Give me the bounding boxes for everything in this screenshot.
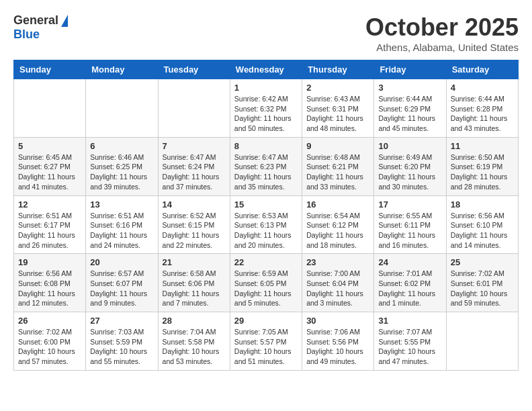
day-info: Sunrise: 6:42 AM Sunset: 6:32 PM Dayligh… xyxy=(234,94,298,134)
week-row-3: 12Sunrise: 6:51 AM Sunset: 6:17 PM Dayli… xyxy=(14,195,519,254)
day-info: Sunrise: 6:53 AM Sunset: 6:13 PM Dayligh… xyxy=(234,211,298,250)
calendar-cell: 27Sunrise: 7:03 AM Sunset: 5:59 PM Dayli… xyxy=(86,312,158,371)
day-number: 19 xyxy=(18,257,81,267)
calendar-cell: 30Sunrise: 7:06 AM Sunset: 5:56 PM Dayli… xyxy=(302,312,374,371)
weekday-header-saturday: Saturday xyxy=(446,60,518,79)
weekday-header-row: SundayMondayTuesdayWednesdayThursdayFrid… xyxy=(14,60,519,79)
day-number: 15 xyxy=(234,199,298,210)
weekday-header-friday: Friday xyxy=(374,60,446,79)
day-number: 6 xyxy=(90,141,153,151)
day-number: 26 xyxy=(18,316,81,326)
day-info: Sunrise: 7:03 AM Sunset: 5:59 PM Dayligh… xyxy=(90,327,153,367)
day-number: 23 xyxy=(306,257,369,267)
calendar-cell: 17Sunrise: 6:55 AM Sunset: 6:11 PM Dayli… xyxy=(374,195,446,254)
day-info: Sunrise: 6:44 AM Sunset: 6:28 PM Dayligh… xyxy=(451,94,514,134)
calendar-cell: 25Sunrise: 7:02 AM Sunset: 6:01 PM Dayli… xyxy=(446,254,518,312)
weekday-header-thursday: Thursday xyxy=(302,60,374,79)
logo-blue-text: Blue xyxy=(13,28,40,42)
day-number: 16 xyxy=(306,199,369,210)
calendar-cell: 29Sunrise: 7:05 AM Sunset: 5:57 PM Dayli… xyxy=(230,312,302,371)
day-number: 30 xyxy=(306,316,369,326)
calendar-title: October 2025 xyxy=(365,13,519,42)
day-number: 13 xyxy=(90,199,153,210)
day-info: Sunrise: 6:58 AM Sunset: 6:06 PM Dayligh… xyxy=(163,269,226,308)
weekday-header-wednesday: Wednesday xyxy=(230,60,302,79)
day-number: 24 xyxy=(378,257,441,267)
day-number: 17 xyxy=(378,199,441,210)
day-info: Sunrise: 6:44 AM Sunset: 6:29 PM Dayligh… xyxy=(378,94,441,134)
day-info: Sunrise: 6:59 AM Sunset: 6:05 PM Dayligh… xyxy=(234,269,298,308)
day-info: Sunrise: 6:48 AM Sunset: 6:21 PM Dayligh… xyxy=(306,152,369,192)
calendar-cell: 13Sunrise: 6:51 AM Sunset: 6:16 PM Dayli… xyxy=(86,195,158,254)
day-number: 3 xyxy=(378,83,441,93)
calendar-cell: 14Sunrise: 6:52 AM Sunset: 6:15 PM Dayli… xyxy=(158,195,230,254)
calendar-cell: 12Sunrise: 6:51 AM Sunset: 6:17 PM Dayli… xyxy=(14,195,86,254)
calendar-cell: 24Sunrise: 7:01 AM Sunset: 6:02 PM Dayli… xyxy=(374,254,446,312)
calendar-cell: 28Sunrise: 7:04 AM Sunset: 5:58 PM Dayli… xyxy=(158,312,230,371)
day-number: 8 xyxy=(234,141,298,151)
calendar-cell: 5Sunrise: 6:45 AM Sunset: 6:27 PM Daylig… xyxy=(14,137,86,195)
day-info: Sunrise: 6:55 AM Sunset: 6:11 PM Dayligh… xyxy=(378,211,441,250)
day-info: Sunrise: 6:49 AM Sunset: 6:20 PM Dayligh… xyxy=(378,152,441,192)
calendar-cell: 23Sunrise: 7:00 AM Sunset: 6:04 PM Dayli… xyxy=(302,254,374,312)
weekday-header-sunday: Sunday xyxy=(14,60,86,79)
calendar-cell: 10Sunrise: 6:49 AM Sunset: 6:20 PM Dayli… xyxy=(374,137,446,195)
calendar-cell: 15Sunrise: 6:53 AM Sunset: 6:13 PM Dayli… xyxy=(230,195,302,254)
day-number: 29 xyxy=(234,316,298,326)
calendar-table: SundayMondayTuesdayWednesdayThursdayFrid… xyxy=(13,60,519,371)
calendar-cell: 20Sunrise: 6:57 AM Sunset: 6:07 PM Dayli… xyxy=(86,254,158,312)
day-info: Sunrise: 7:02 AM Sunset: 6:00 PM Dayligh… xyxy=(18,327,81,367)
calendar-cell: 26Sunrise: 7:02 AM Sunset: 6:00 PM Dayli… xyxy=(14,312,86,371)
day-info: Sunrise: 6:47 AM Sunset: 6:23 PM Dayligh… xyxy=(234,152,298,192)
calendar-subtitle: Athens, Alabama, United States xyxy=(365,42,519,53)
logo: General Blue xyxy=(13,13,68,42)
day-number: 9 xyxy=(306,141,369,151)
calendar-cell: 19Sunrise: 6:56 AM Sunset: 6:08 PM Dayli… xyxy=(14,254,86,312)
calendar-cell: 6Sunrise: 6:46 AM Sunset: 6:25 PM Daylig… xyxy=(86,137,158,195)
day-info: Sunrise: 6:47 AM Sunset: 6:24 PM Dayligh… xyxy=(163,152,226,192)
day-info: Sunrise: 6:54 AM Sunset: 6:12 PM Dayligh… xyxy=(306,211,369,250)
day-number: 21 xyxy=(163,257,226,267)
day-info: Sunrise: 7:01 AM Sunset: 6:02 PM Dayligh… xyxy=(378,269,441,308)
day-info: Sunrise: 6:52 AM Sunset: 6:15 PM Dayligh… xyxy=(163,211,226,250)
day-number: 4 xyxy=(451,83,514,93)
day-number: 14 xyxy=(163,199,226,210)
calendar-cell: 4Sunrise: 6:44 AM Sunset: 6:28 PM Daylig… xyxy=(446,79,518,138)
calendar-cell: 2Sunrise: 6:43 AM Sunset: 6:31 PM Daylig… xyxy=(302,79,374,138)
weekday-header-tuesday: Tuesday xyxy=(158,60,230,79)
day-number: 5 xyxy=(18,141,81,151)
calendar-cell xyxy=(86,79,158,138)
week-row-4: 19Sunrise: 6:56 AM Sunset: 6:08 PM Dayli… xyxy=(14,254,519,312)
day-number: 27 xyxy=(90,316,153,326)
day-info: Sunrise: 6:56 AM Sunset: 6:10 PM Dayligh… xyxy=(451,211,514,250)
day-info: Sunrise: 7:04 AM Sunset: 5:58 PM Dayligh… xyxy=(163,327,226,367)
day-info: Sunrise: 7:00 AM Sunset: 6:04 PM Dayligh… xyxy=(306,269,369,308)
calendar-cell: 8Sunrise: 6:47 AM Sunset: 6:23 PM Daylig… xyxy=(230,137,302,195)
calendar-cell: 9Sunrise: 6:48 AM Sunset: 6:21 PM Daylig… xyxy=(302,137,374,195)
calendar-cell: 7Sunrise: 6:47 AM Sunset: 6:24 PM Daylig… xyxy=(158,137,230,195)
day-number: 7 xyxy=(163,141,226,151)
calendar-cell: 31Sunrise: 7:07 AM Sunset: 5:55 PM Dayli… xyxy=(374,312,446,371)
day-info: Sunrise: 6:57 AM Sunset: 6:07 PM Dayligh… xyxy=(90,269,153,308)
day-number: 10 xyxy=(378,141,441,151)
calendar-cell xyxy=(158,79,230,138)
day-number: 31 xyxy=(378,316,441,326)
day-number: 22 xyxy=(234,257,298,267)
day-info: Sunrise: 7:05 AM Sunset: 5:57 PM Dayligh… xyxy=(234,327,298,367)
day-number: 2 xyxy=(306,83,369,93)
day-info: Sunrise: 6:50 AM Sunset: 6:19 PM Dayligh… xyxy=(451,152,514,192)
day-info: Sunrise: 6:45 AM Sunset: 6:27 PM Dayligh… xyxy=(18,152,81,192)
day-number: 20 xyxy=(90,257,153,267)
page-header: General Blue October 2025 Athens, Alabam… xyxy=(13,13,519,53)
calendar-cell xyxy=(14,79,86,138)
calendar-cell: 1Sunrise: 6:42 AM Sunset: 6:32 PM Daylig… xyxy=(230,79,302,138)
day-info: Sunrise: 7:07 AM Sunset: 5:55 PM Dayligh… xyxy=(378,327,441,367)
title-section: October 2025 Athens, Alabama, United Sta… xyxy=(365,13,519,53)
calendar-cell: 16Sunrise: 6:54 AM Sunset: 6:12 PM Dayli… xyxy=(302,195,374,254)
day-number: 1 xyxy=(234,83,298,93)
day-number: 25 xyxy=(451,257,514,267)
day-info: Sunrise: 7:02 AM Sunset: 6:01 PM Dayligh… xyxy=(451,269,514,308)
day-number: 11 xyxy=(451,141,514,151)
week-row-5: 26Sunrise: 7:02 AM Sunset: 6:00 PM Dayli… xyxy=(14,312,519,371)
calendar-cell: 21Sunrise: 6:58 AM Sunset: 6:06 PM Dayli… xyxy=(158,254,230,312)
